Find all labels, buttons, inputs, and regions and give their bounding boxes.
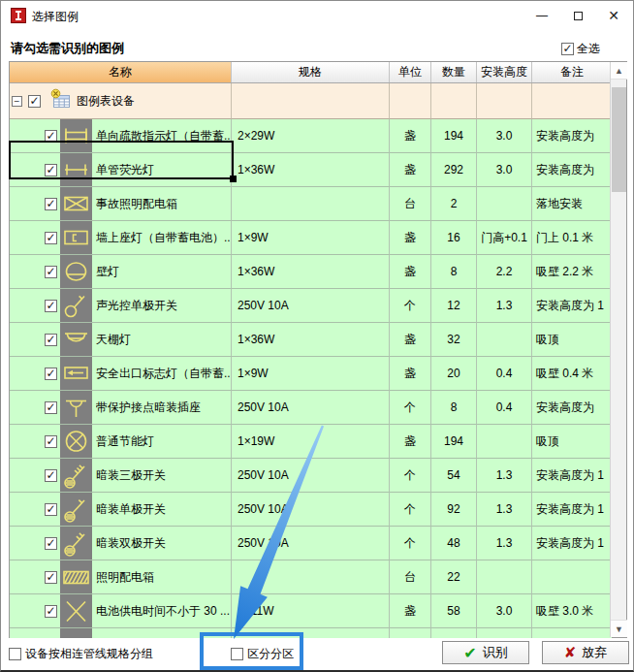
- row-checkbox[interactable]: ✓: [45, 469, 57, 482]
- close-button[interactable]: ✕: [594, 1, 633, 30]
- name-cell[interactable]: ✓ 普通节能灯: [10, 425, 232, 459]
- table-row[interactable]: ✓ 天棚灯 1×36W 盏 32 吸顶: [10, 323, 612, 357]
- note-cell: 吸壁 2.2 米: [532, 255, 612, 289]
- abandon-button[interactable]: ✘ 放弃: [542, 641, 629, 664]
- column-header-qty[interactable]: 数量: [431, 62, 477, 82]
- table-row[interactable]: ✓ 带保护接点暗装插座 250V 10A 个 8 0.4 安装高度为: [10, 391, 612, 425]
- prompt-label: 请勾选需识别的图例: [11, 40, 124, 57]
- table-row[interactable]: ✓ 单管荧光灯 1×36W 盏 292 3.0 安装高度为: [10, 153, 612, 187]
- row-name-label: 照明配电箱: [96, 569, 154, 586]
- minimize-button[interactable]: —: [523, 1, 561, 30]
- column-header-unit[interactable]: 单位: [390, 62, 431, 82]
- name-cell[interactable]: ✓ 暗装双极开关: [10, 527, 232, 560]
- table-row[interactable]: ✓ 壁灯 1×36W 盏 8 2.2 吸壁 2.2 米: [10, 255, 612, 289]
- row-checkbox[interactable]: ✓: [45, 401, 57, 414]
- collapse-toggle-icon[interactable]: −: [12, 96, 22, 107]
- table-row[interactable]: ✓ 单向疏散指示灯（自带蓄... 2×29W 盏 194 3.0 安装高度为: [10, 119, 612, 153]
- unit-cell: 个: [390, 493, 431, 527]
- spec-cell: 2×29W: [232, 119, 390, 153]
- zone-control[interactable]: 区分分区: [231, 646, 294, 662]
- note-cell: 安装高度为 1: [532, 493, 612, 527]
- name-cell[interactable]: ✓ 带保护接点暗装插座: [10, 391, 232, 425]
- name-cell[interactable]: ✓ 暗装单极开关: [10, 493, 232, 527]
- name-cell[interactable]: ✓ 单管荧光灯: [10, 153, 232, 187]
- unit-cell: 盏: [390, 594, 431, 628]
- note-cell: 门上 0.1 米: [532, 221, 612, 255]
- zone-checkbox[interactable]: [231, 648, 243, 660]
- name-cell[interactable]: ✓ 墙上座灯（自带蓄电池）...: [10, 221, 232, 255]
- qty-cell: 16: [431, 221, 477, 255]
- row-checkbox[interactable]: ✓: [45, 198, 57, 210]
- recognize-button[interactable]: ✔ 识别: [442, 641, 529, 664]
- group-by-pipe-spec-checkbox[interactable]: [9, 648, 21, 660]
- table-row[interactable]: ✓ 事故照明配电箱 台 2 落地安装: [10, 187, 612, 221]
- name-cell[interactable]: ✓ 声光控单极开关: [10, 289, 232, 323]
- unit-cell: 盏: [390, 357, 431, 391]
- row-checkbox[interactable]: ✓: [45, 503, 57, 516]
- qty-cell: 194: [431, 425, 477, 459]
- table-row[interactable]: ✓ 暗装双极开关 250V 10A 个 48 1.3 安装高度为 1: [10, 527, 612, 560]
- column-header-name[interactable]: 名称: [10, 62, 232, 82]
- name-cell[interactable]: ✓ 单向疏散指示灯（自带蓄...: [10, 119, 232, 153]
- height-cell: 3.0: [477, 119, 532, 153]
- note-cell: 吸顶: [532, 425, 612, 459]
- vertical-scrollbar[interactable]: ▲ ▼: [610, 62, 626, 637]
- row-name-label: 墙上座灯（自带蓄电池）...: [96, 230, 231, 246]
- table-row[interactable]: ✓ 安全出口标志灯（自带蓄... 1×9W 盏 20 0.4 吸壁 0.4 米: [10, 357, 612, 391]
- unit-cell: 个: [390, 527, 431, 560]
- row-checkbox[interactable]: ✓: [45, 300, 57, 312]
- table-row[interactable]: ✓ 声光控单极开关 250V 10A 个 12 1.3 安装高度为 1: [10, 289, 612, 323]
- table-row[interactable]: ✓ 暗装三极开关 250V 10A 个 54 1.3 安装高度为 1: [10, 459, 612, 493]
- group-checkbox[interactable]: ✓: [28, 95, 41, 108]
- row-name-label: 普通节能灯: [96, 433, 154, 450]
- window-title: 选择图例: [32, 9, 79, 25]
- name-cell[interactable]: ✓ 电池供电时间不小于 30 ...: [10, 594, 232, 628]
- row-checkbox[interactable]: ✓: [45, 130, 57, 143]
- x-icon: ✘: [564, 644, 577, 661]
- table-row[interactable]: ✓ 暗装单极开关 250V 10A 个 92 1.3 安装高度为 1: [10, 493, 612, 527]
- row-name-label: 带保护接点暗装插座: [96, 400, 201, 416]
- maximize-button[interactable]: [558, 1, 597, 30]
- column-header-note[interactable]: 备注: [532, 62, 612, 82]
- qty-cell: 54: [431, 459, 477, 493]
- row-checkbox[interactable]: ✓: [45, 334, 57, 346]
- row-checkbox[interactable]: ✓: [45, 368, 57, 380]
- spec-cell: 1×19W: [232, 425, 390, 459]
- name-cell[interactable]: ✓ 照明配电箱: [10, 560, 232, 594]
- column-header-height[interactable]: 安装高度: [477, 62, 532, 82]
- group-row[interactable]: − ✓ 图例表设备: [10, 83, 612, 119]
- row-checkbox[interactable]: ✓: [45, 232, 57, 244]
- table-row[interactable]: ✓ 电池供电时间不小于 30 ... 1×11W 盏 58 3.0 吸壁 3.0…: [10, 594, 612, 628]
- note-cell: 安装高度为 1: [532, 459, 612, 493]
- height-cell: 3.0: [477, 153, 532, 187]
- name-cell[interactable]: ✓ 安全出口标志灯（自带蓄...: [10, 357, 232, 391]
- row-checkbox[interactable]: ✓: [45, 605, 57, 618]
- spec-cell: 250V 10A: [232, 391, 390, 425]
- height-cell: 1.3: [477, 289, 532, 323]
- table-row[interactable]: ✓ 普通节能灯 1×19W 盏 194 吸顶: [10, 425, 612, 459]
- name-cell[interactable]: ✓ 事故照明配电箱: [10, 187, 232, 221]
- row-checkbox[interactable]: ✓: [45, 164, 57, 176]
- note-cell: 吸壁 0.4 米: [532, 357, 612, 391]
- row-name-label: 声光控单极开关: [96, 298, 177, 314]
- scroll-down-button[interactable]: ▼: [611, 620, 627, 637]
- qty-cell: 8: [431, 255, 477, 289]
- spec-cell: 250V 10A: [232, 493, 390, 527]
- table-row[interactable]: ✓ 墙上座灯（自带蓄电池）... 1×9W 盏 16 门高+0.1 门上 0.1…: [10, 221, 612, 255]
- group-by-pipe-spec-control[interactable]: 设备按相连管线规格分组: [9, 646, 153, 662]
- name-cell[interactable]: ✓ 暗装三极开关: [10, 459, 232, 493]
- name-cell[interactable]: ✓ 壁灯: [10, 255, 232, 289]
- unit-cell: 个: [390, 459, 431, 493]
- name-cell[interactable]: ✓ 天棚灯: [10, 323, 232, 357]
- row-checkbox[interactable]: ✓: [45, 571, 57, 584]
- scroll-thumb[interactable]: [612, 87, 626, 192]
- group-name-cell[interactable]: − ✓ 图例表设备: [10, 83, 232, 119]
- scroll-up-button[interactable]: ▲: [611, 62, 627, 80]
- table-row[interactable]: ✓ 照明配电箱 台 22: [10, 560, 612, 594]
- row-checkbox[interactable]: ✓: [45, 435, 57, 448]
- select-all-checkbox[interactable]: ✓: [561, 43, 574, 55]
- row-checkbox[interactable]: ✓: [45, 266, 57, 278]
- row-checkbox[interactable]: ✓: [45, 537, 57, 550]
- select-all-control[interactable]: ✓ 全选: [561, 41, 600, 57]
- column-header-spec[interactable]: 规格: [232, 62, 390, 82]
